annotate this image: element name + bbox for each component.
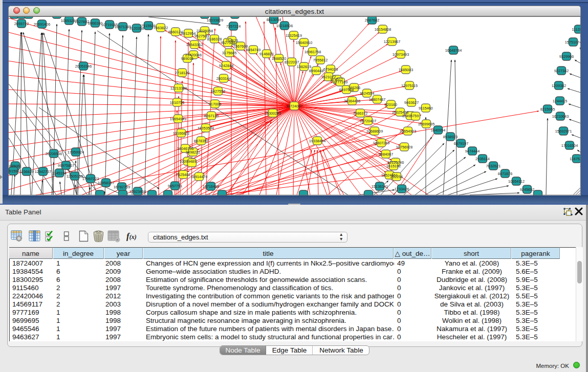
svg-text:12213967: 12213967 xyxy=(384,39,400,44)
svg-text:16648784: 16648784 xyxy=(445,48,462,53)
svg-text:1615192: 1615192 xyxy=(386,164,401,168)
svg-text:9329966: 9329966 xyxy=(559,54,574,59)
svg-text:19716485: 19716485 xyxy=(203,184,219,189)
svg-text:18807249: 18807249 xyxy=(373,141,389,145)
svg-text:9245652: 9245652 xyxy=(520,187,534,192)
svg-text:1244415: 1244415 xyxy=(553,99,567,103)
svg-text:19338454: 19338454 xyxy=(309,139,325,143)
svg-text:7632621: 7632621 xyxy=(486,164,500,168)
svg-text:10958107: 10958107 xyxy=(98,181,114,185)
svg-text:7625402: 7625402 xyxy=(176,172,190,177)
svg-text:8912954: 8912954 xyxy=(181,31,195,36)
svg-text:99975867: 99975867 xyxy=(58,163,74,168)
svg-text:9115460: 9115460 xyxy=(419,106,433,111)
svg-text:2935114: 2935114 xyxy=(475,157,490,161)
svg-text:15136141: 15136141 xyxy=(372,184,388,189)
svg-text:8938923: 8938923 xyxy=(443,135,458,139)
svg-text:12975115: 12975115 xyxy=(401,83,418,88)
svg-text:9146821: 9146821 xyxy=(259,52,274,56)
svg-text:2803144: 2803144 xyxy=(216,76,231,81)
svg-text:8813054: 8813054 xyxy=(267,17,281,22)
svg-text:17359924: 17359924 xyxy=(68,150,84,155)
svg-text:15720407: 15720407 xyxy=(360,119,376,123)
svg-text:6966160: 6966160 xyxy=(88,21,102,26)
svg-text:1527602: 1527602 xyxy=(75,19,89,24)
svg-text:746266: 746266 xyxy=(348,85,360,90)
svg-text:391594: 391594 xyxy=(8,169,19,173)
svg-text:835061: 835061 xyxy=(9,164,21,168)
svg-text:2055712: 2055712 xyxy=(14,21,29,26)
svg-text:2718120: 2718120 xyxy=(175,71,189,75)
svg-text:8427552: 8427552 xyxy=(211,89,225,94)
svg-text:15640910: 15640910 xyxy=(296,40,312,45)
svg-text:6879197: 6879197 xyxy=(454,141,468,146)
svg-text:989016: 989016 xyxy=(181,56,193,61)
svg-text:25300285: 25300285 xyxy=(265,111,281,116)
svg-text:19654923: 19654923 xyxy=(400,129,416,134)
svg-text:10973493: 10973493 xyxy=(393,52,409,57)
svg-text:6794028: 6794028 xyxy=(323,67,338,72)
svg-text:9227342: 9227342 xyxy=(554,69,569,73)
svg-text:20053346: 20053346 xyxy=(75,64,92,69)
svg-text:10654112: 10654112 xyxy=(508,179,525,184)
svg-text:20691406: 20691406 xyxy=(34,22,50,27)
svg-text:9242848: 9242848 xyxy=(219,63,233,68)
svg-text:7986372: 7986372 xyxy=(353,111,367,116)
svg-text:1167534: 1167534 xyxy=(570,157,581,161)
svg-text:1209382: 1209382 xyxy=(552,83,566,88)
svg-text:1010755: 1010755 xyxy=(170,100,184,105)
svg-text:7357224: 7357224 xyxy=(226,24,241,29)
svg-text:20364436: 20364436 xyxy=(344,99,360,103)
svg-text:8186328: 8186328 xyxy=(207,37,222,41)
svg-text:19166822: 19166822 xyxy=(173,131,189,136)
svg-text:8267130: 8267130 xyxy=(204,114,219,118)
svg-text:16961758: 16961758 xyxy=(304,50,321,54)
svg-text:1156829: 1156829 xyxy=(19,169,34,174)
svg-text:16154808: 16154808 xyxy=(375,27,391,32)
svg-text:7485003: 7485003 xyxy=(399,68,413,72)
svg-text:620160: 620160 xyxy=(385,102,397,107)
svg-text:11325419: 11325419 xyxy=(286,33,302,38)
svg-text:8215955: 8215955 xyxy=(540,107,555,112)
svg-text:1145194: 1145194 xyxy=(52,171,67,176)
svg-text:16671385: 16671385 xyxy=(115,25,131,29)
svg-text:252254: 252254 xyxy=(390,174,403,179)
svg-text:1733426: 1733426 xyxy=(395,187,409,191)
svg-text:15751074: 15751074 xyxy=(565,40,581,45)
svg-text:2087682: 2087682 xyxy=(365,18,379,23)
svg-text:1112843: 1112843 xyxy=(572,27,581,32)
svg-text:10699695: 10699695 xyxy=(418,122,434,126)
svg-text:3175685: 3175685 xyxy=(222,51,236,55)
svg-text:10688609: 10688609 xyxy=(366,129,383,134)
svg-text:3498222: 3498222 xyxy=(186,150,200,155)
svg-text:8454749: 8454749 xyxy=(246,48,260,52)
svg-text:9084067: 9084067 xyxy=(379,152,393,157)
svg-text:7663822: 7663822 xyxy=(154,26,168,30)
svg-text:12213389: 12213389 xyxy=(170,86,187,91)
svg-text:16210643: 16210643 xyxy=(552,114,569,119)
svg-text:11353594: 11353594 xyxy=(198,126,214,130)
svg-text:12942737: 12942737 xyxy=(35,169,51,174)
svg-text:18724007: 18724007 xyxy=(286,104,302,108)
svg-text:16033809: 16033809 xyxy=(207,18,223,23)
svg-text:9777169: 9777169 xyxy=(333,80,347,84)
svg-text:17957223: 17957223 xyxy=(82,177,99,181)
svg-text:1640954: 1640954 xyxy=(431,128,445,133)
svg-text:8990448: 8990448 xyxy=(309,69,323,73)
svg-text:9657791: 9657791 xyxy=(168,184,182,188)
svg-text:10807487: 10807487 xyxy=(369,97,385,102)
svg-text:3624554: 3624554 xyxy=(360,91,374,96)
svg-text:9463627: 9463627 xyxy=(404,100,419,105)
svg-text:23226058: 23226058 xyxy=(197,29,213,33)
svg-text:20206536: 20206536 xyxy=(46,151,62,156)
svg-text:12923468: 12923468 xyxy=(129,189,146,194)
svg-text:8471676: 8471676 xyxy=(498,171,512,176)
svg-text:8322037: 8322037 xyxy=(285,60,299,64)
svg-text:10099489: 10099489 xyxy=(180,159,196,164)
svg-text:17016504: 17016504 xyxy=(561,143,578,148)
svg-text:10756928: 10756928 xyxy=(396,145,412,149)
svg-text:317006: 317006 xyxy=(209,102,221,106)
svg-text:16543362: 16543362 xyxy=(186,42,203,47)
svg-text:19654943: 19654943 xyxy=(170,117,186,121)
svg-text:7955812: 7955812 xyxy=(313,58,328,62)
